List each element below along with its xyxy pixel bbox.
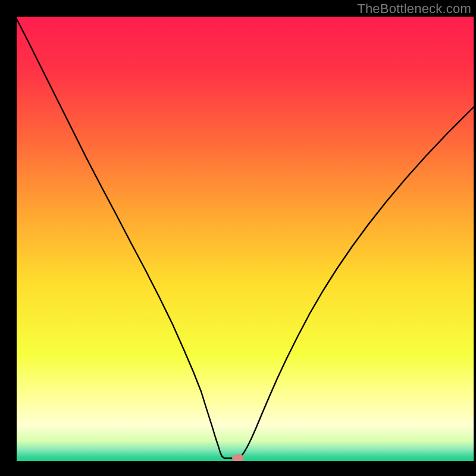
chart-frame: TheBottleneck.com — [0, 0, 476, 476]
watermark-text: TheBottleneck.com — [357, 1, 471, 17]
gradient-background — [17, 17, 474, 461]
optimum-marker — [232, 454, 244, 462]
bottleneck-chart — [0, 0, 476, 476]
